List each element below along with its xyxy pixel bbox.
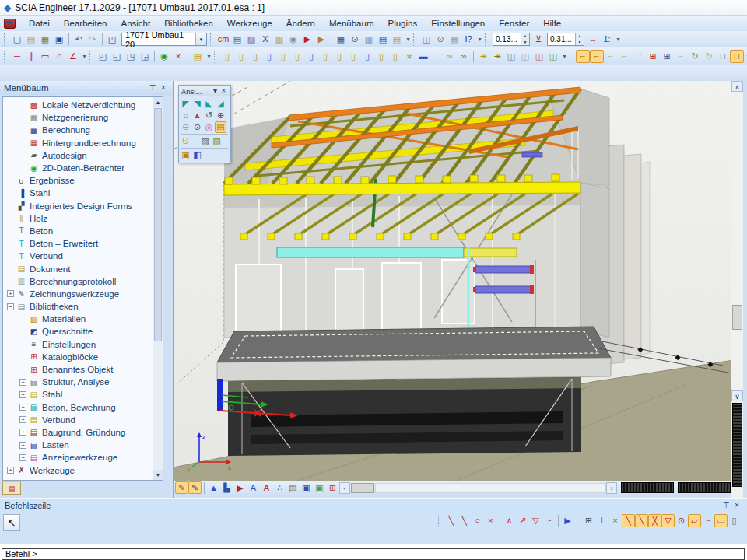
snap-line-midpoint-button[interactable]: ╲ xyxy=(635,514,648,527)
coordinate-info-button[interactable]: ▣ xyxy=(180,149,191,161)
tree-item-katalogbloecke[interactable]: ⊞Katalogblöcke xyxy=(3,351,153,363)
overflow-chevron-icon[interactable]: ▾ xyxy=(744,53,747,60)
save-button[interactable]: ▣ xyxy=(52,33,66,46)
overflow-chevron-icon[interactable]: ▾ xyxy=(404,36,412,43)
expand-toggle-icon[interactable]: + xyxy=(7,467,14,474)
cross-sections-button[interactable]: X xyxy=(258,33,272,46)
gallery-button[interactable]: ◫ xyxy=(419,33,433,46)
tree-item-berechnung[interactable]: ▦Berechnung xyxy=(3,124,153,136)
overflow-chevron-icon[interactable]: ▾ xyxy=(205,53,213,60)
light-switch-button[interactable]: ʘ xyxy=(180,135,191,147)
member-info-button[interactable]: I? xyxy=(461,33,475,46)
render-window-button[interactable]: ▨ xyxy=(199,135,211,147)
rotation-scrollbar-horizontal-1[interactable] xyxy=(621,482,674,493)
snap-edge-button[interactable]: ~ xyxy=(542,514,556,527)
tree-item-verbund-bibliothek[interactable]: +▤Verbund xyxy=(3,414,153,426)
menu-men-baum[interactable]: Menübaum xyxy=(322,16,381,30)
menubaum-tab[interactable]: ▤ xyxy=(2,481,21,495)
track-cursor-button[interactable]: ▶ xyxy=(561,514,574,527)
labels-off-button[interactable]: A xyxy=(260,481,273,494)
project-selector[interactable]: 17071 Umbau1 20 ▾ xyxy=(121,33,207,46)
activity-current-layer-button[interactable]: ⌐ xyxy=(576,50,590,63)
rotate-view-button[interactable]: ↺ xyxy=(203,110,215,121)
display-nodes-button[interactable]: ▯ xyxy=(220,50,234,63)
expand-toggle-icon[interactable]: + xyxy=(19,416,26,423)
window-view-3-button[interactable]: ◳ xyxy=(124,50,138,63)
supports-display-button[interactable]: ▲ xyxy=(207,481,220,494)
mesh-generation-button[interactable]: ◉ xyxy=(286,33,300,46)
expand-toggle-icon[interactable]: + xyxy=(19,404,26,411)
activity-clip-on-button[interactable]: ⊓ xyxy=(730,50,744,63)
snap-arc-button[interactable]: ~ xyxy=(701,514,714,527)
scale-tripod-button[interactable]: ⊻ xyxy=(531,33,545,46)
menu-plugins[interactable]: Plugins xyxy=(381,16,424,30)
mesh-size-spinner[interactable]: 0.13... ▲▼ xyxy=(493,33,530,46)
snap-point-button[interactable]: ↗ xyxy=(516,514,529,527)
view-side-button[interactable]: ◣ xyxy=(203,98,215,110)
expand-toggle-icon[interactable]: + xyxy=(19,379,26,386)
view-window-2-button[interactable]: ▣ xyxy=(313,481,326,494)
layers-button[interactable]: ▤ xyxy=(230,33,244,46)
display-members-button[interactable]: ▯ xyxy=(234,50,248,63)
tree-item-hintergrundberechnung[interactable]: ▦Hintergrundberechnung xyxy=(3,137,153,149)
scroll-up-icon[interactable]: ∧ xyxy=(731,81,743,92)
user-coordinate-2-button[interactable]: ↠ xyxy=(490,50,504,63)
view-top-button[interactable]: ◤ xyxy=(180,98,191,110)
delete-tool-button[interactable]: × xyxy=(171,50,185,63)
close-window-button[interactable]: ◳ xyxy=(105,33,119,46)
document-export-button[interactable]: ▤ xyxy=(376,33,390,46)
tree-item-ergebnisse[interactable]: ∪Ergebnisse xyxy=(3,174,153,187)
menu-datei[interactable]: Datei xyxy=(22,16,57,30)
pin-icon[interactable]: ⊤ xyxy=(147,82,158,93)
menu-ansicht[interactable]: Ansicht xyxy=(114,16,157,30)
view-walkthrough-button[interactable]: ▲ xyxy=(191,110,203,121)
tree-item-integriertes-design-forms[interactable]: ▞Integriertes Design Forms xyxy=(3,200,153,212)
tree-item-stahl-bibliothek[interactable]: +▤Stahl xyxy=(3,388,153,401)
toolbar-drag-handle[interactable] xyxy=(4,33,8,46)
activity-selection-blue-button[interactable]: ⊞ xyxy=(660,50,674,63)
tree-item-bibliotheken[interactable]: −▤Bibliotheken xyxy=(3,300,153,313)
tree-item-2d-daten-betrachter[interactable]: ◉2D-Daten-Betrachter xyxy=(3,162,153,174)
user-coordinate-1-button[interactable]: ↠ xyxy=(476,50,490,63)
undo-button[interactable]: ↶ xyxy=(72,33,86,46)
tree-item-lasten[interactable]: +▤Lasten xyxy=(3,439,153,451)
drawing-setup-button[interactable]: ✎ xyxy=(188,481,202,494)
overflow-chevron-icon[interactable]: ▾ xyxy=(560,53,569,60)
display-model-button[interactable]: ▯ xyxy=(332,50,346,63)
toolbar-drag-handle[interactable] xyxy=(570,51,573,63)
tree-scrollbar[interactable]: ▲ ▼ xyxy=(153,97,163,480)
print-preview-button[interactable]: ⊙ xyxy=(348,33,362,46)
menu-hilfe[interactable]: Hilfe xyxy=(536,16,568,30)
menu--ndern[interactable]: Ändern xyxy=(279,16,322,30)
display-rendering-button[interactable]: ▯ xyxy=(346,50,360,63)
redo-button[interactable]: ↷ xyxy=(86,33,100,46)
scroll-down-icon[interactable]: ▼ xyxy=(153,470,163,480)
command-input[interactable]: Befehl > xyxy=(2,548,745,560)
ansicht-toolbar-header[interactable]: Ansi... ▾ × xyxy=(179,86,230,96)
tree-item-materialien[interactable]: ▧Materialien xyxy=(3,313,153,325)
display-structure-button[interactable]: ▯ xyxy=(388,50,402,63)
draw-line-button[interactable]: ─ xyxy=(10,50,24,63)
vertical-scrollbar-thumb[interactable] xyxy=(732,305,742,330)
activity-refresh-auto-button[interactable]: ↻ xyxy=(702,50,716,63)
toolbar-drag-handle[interactable] xyxy=(438,515,442,527)
copy-view-2-button[interactable]: ◫ xyxy=(518,50,532,63)
hidden-calculation-button[interactable]: ▶ xyxy=(314,33,328,46)
toolbar-drag-handle[interactable] xyxy=(437,51,440,63)
glasses-view-1-button[interactable]: ∞ xyxy=(443,50,457,63)
snap-perpendicular-button[interactable]: ▽ xyxy=(661,514,675,527)
print-button[interactable]: ▦ xyxy=(334,33,348,46)
document-book-button[interactable]: ▤ xyxy=(286,481,300,494)
draw-parallel-button[interactable]: ∥ xyxy=(24,50,38,63)
menu-werkzeuge[interactable]: Werkzeuge xyxy=(220,16,279,30)
project-database-button[interactable]: ▦ xyxy=(38,33,52,46)
results-diagram-button[interactable]: ▙ xyxy=(220,481,233,494)
tree-item-struktur-analyse[interactable]: +▤Struktur, Analyse xyxy=(3,376,153,388)
window-view-4-button[interactable]: ◲ xyxy=(138,50,152,63)
view-window-1-button[interactable]: ▣ xyxy=(300,481,313,494)
tree-item-einstellungen[interactable]: ≡Einstellungen xyxy=(3,338,153,351)
window-view-1-button[interactable]: ◰ xyxy=(96,50,110,63)
glasses-view-2-button[interactable]: ∞ xyxy=(457,50,471,63)
activity-inverted-button[interactable]: ⌐ xyxy=(604,50,618,63)
close-icon[interactable]: × xyxy=(731,500,742,511)
